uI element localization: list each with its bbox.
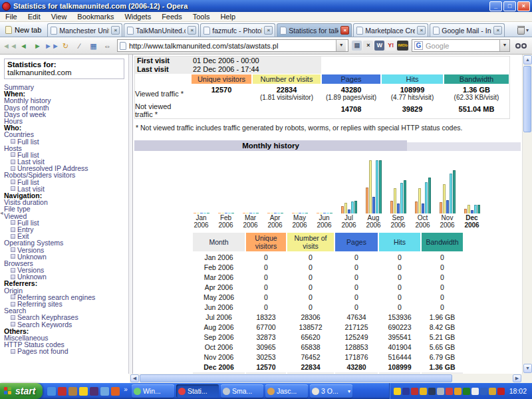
photo-icon[interactable] xyxy=(68,387,77,396)
tab-close-icon[interactable]: × xyxy=(188,26,196,35)
close-button[interactable]: × xyxy=(517,1,530,11)
panels-icon[interactable]: ⇔ xyxy=(100,39,114,53)
sidebar-item-hours[interactable]: Hours xyxy=(4,118,127,124)
task-button-2[interactable]: Stati... xyxy=(176,384,219,398)
scrollbar-corner xyxy=(522,374,532,383)
antivirus-tray-icon[interactable] xyxy=(411,388,418,395)
shield-tray-icon[interactable] xyxy=(420,388,427,395)
edit-icon[interactable]: ∕ xyxy=(72,39,86,53)
vertical-scroll-thumb[interactable] xyxy=(523,66,531,132)
aim-tray-icon[interactable] xyxy=(394,388,401,395)
browser-icon[interactable] xyxy=(111,387,120,396)
runner-tray-icon[interactable] xyxy=(454,388,462,395)
tab-4[interactable]: Statistics for talkm...× xyxy=(277,23,352,37)
new-tab-button[interactable]: New tab xyxy=(1,23,46,37)
sidebar-subitem-pages-not-found[interactable]: Pages not found xyxy=(4,348,127,354)
rewind-icon[interactable]: ◄◄ xyxy=(3,39,17,53)
quick-launch-overflow-icon[interactable]: » xyxy=(124,386,128,393)
tab-close-icon[interactable]: × xyxy=(264,26,273,35)
back-icon[interactable]: ◄ xyxy=(17,39,31,53)
bandwidth-cell: 8.42 GB xyxy=(422,323,463,331)
bar-unique-visitors xyxy=(464,209,467,213)
menu-tools[interactable]: Tools xyxy=(188,13,215,21)
equalizer-tray-icon[interactable] xyxy=(463,388,470,395)
task-button-4[interactable]: Jasc... xyxy=(265,384,308,398)
taskbar: start » Win...Stati...Sma...Jasc...3 O..… xyxy=(0,383,532,399)
start-label: start xyxy=(15,386,35,396)
reload-icon[interactable]: ↻ xyxy=(59,39,72,53)
tab-close-icon[interactable]: × xyxy=(111,26,120,35)
vertical-scrollbar[interactable]: ▲ ▼ xyxy=(522,55,532,374)
address-bar[interactable]: http://www.talkmanunited.com/stats/awsta… xyxy=(117,39,348,52)
imdb-icon[interactable]: IMDb xyxy=(397,41,408,51)
close-x-icon[interactable]: × xyxy=(363,41,373,51)
clock-tray-icon[interactable] xyxy=(446,388,453,395)
tab-5[interactable]: Marketplace Credits× xyxy=(353,23,428,37)
task-button-5[interactable]: 3 O...▾ xyxy=(310,384,352,398)
menu-view[interactable]: View xyxy=(46,13,72,21)
menu-help[interactable]: Help xyxy=(215,13,241,21)
menu-bookmarks[interactable]: Bookmarks xyxy=(72,13,119,21)
forward-icon[interactable]: ► xyxy=(31,39,45,53)
horizontal-scroll-thumb[interactable] xyxy=(140,374,452,382)
search-dropdown-icon[interactable]: ▼ xyxy=(499,40,509,51)
windows-flag-icon xyxy=(4,387,12,395)
aim-icon[interactable] xyxy=(79,387,88,396)
power-tray-icon[interactable] xyxy=(497,388,505,395)
picasa-icon[interactable] xyxy=(100,387,109,396)
ie-icon[interactable] xyxy=(47,387,56,396)
tab-label: Statistics for talkm... xyxy=(289,27,338,35)
vertical-scroll-track[interactable] xyxy=(523,134,531,364)
monthly-history-header-extension xyxy=(407,142,521,151)
address-dropdown-icon[interactable]: ▼ xyxy=(336,40,346,51)
sidebar-item-countries[interactable]: Countries xyxy=(4,131,127,138)
update-tray-icon[interactable] xyxy=(489,388,496,395)
sidebar-item-operating-systems[interactable]: Operating Systems xyxy=(4,239,127,246)
pen-tray-icon[interactable] xyxy=(480,388,487,395)
scroll-right-icon[interactable]: ▶ xyxy=(513,374,521,382)
star-tray-icon[interactable] xyxy=(428,388,436,395)
tab-1[interactable]: Manchester United ...× xyxy=(47,23,122,37)
tab-close-icon[interactable]: × xyxy=(417,26,426,35)
note-icon[interactable]: ▤ xyxy=(352,41,362,51)
restore-button[interactable]: □ xyxy=(503,1,516,11)
list-square-icon xyxy=(11,268,15,273)
tab-close-icon[interactable]: × xyxy=(493,26,502,35)
task-button-1[interactable]: Win... xyxy=(132,384,174,398)
minimize-button[interactable]: _ xyxy=(489,1,502,11)
tiles-icon[interactable]: ▦ xyxy=(86,39,100,53)
trash-dropdown-icon[interactable]: ▾ xyxy=(526,27,529,33)
yahoo-icon[interactable]: Y! xyxy=(386,41,396,51)
zoom-glasses-icon[interactable] xyxy=(515,43,527,49)
horizontal-scrollbar[interactable]: ◀ ▶ xyxy=(130,374,522,383)
scroll-left-icon[interactable]: ◀ xyxy=(130,374,139,382)
menu-feeds[interactable]: Feeds xyxy=(156,13,188,21)
search-input[interactable]: G Google ▼ xyxy=(412,39,510,52)
start-button[interactable]: start xyxy=(0,383,43,399)
visits-cell: 65620 xyxy=(287,332,334,341)
opera-icon[interactable] xyxy=(58,387,66,396)
panel-toggle-icon[interactable]: ◂ xyxy=(0,209,3,216)
sidebar-subitem-full-list[interactable]: Full list xyxy=(4,138,127,145)
tab-close-icon[interactable]: × xyxy=(340,26,349,35)
scroll-up-icon[interactable]: ▲ xyxy=(523,55,532,65)
task-group-arrow-icon[interactable]: ▾ xyxy=(348,388,350,394)
bandwidth-cell: 1.96 GB xyxy=(422,313,463,321)
fast-forward-icon[interactable]: ►► xyxy=(45,39,59,53)
media-player-icon[interactable] xyxy=(90,387,98,396)
tab-3[interactable]: fazmufc - Photobuc...× xyxy=(200,23,275,37)
tab-6[interactable]: Google Mail - Inbox...× xyxy=(430,23,505,37)
messenger-tray-icon[interactable] xyxy=(402,388,410,395)
tab-2[interactable]: TalkManUnited.com× xyxy=(124,23,199,37)
menu-widgets[interactable]: Widgets xyxy=(119,13,156,21)
wikipedia-icon[interactable]: W xyxy=(374,41,384,51)
cursor-tray-icon[interactable] xyxy=(471,388,479,395)
task-button-3[interactable]: Sma... xyxy=(221,384,263,398)
menu-edit[interactable]: Edit xyxy=(23,13,46,21)
menu-file[interactable]: File xyxy=(0,13,23,21)
bar-bandwidth xyxy=(354,201,357,213)
user-tray-icon[interactable] xyxy=(437,388,444,395)
scroll-down-icon[interactable]: ▼ xyxy=(523,364,532,373)
trash-icon[interactable] xyxy=(517,26,525,35)
panel-splitter[interactable] xyxy=(128,55,133,374)
